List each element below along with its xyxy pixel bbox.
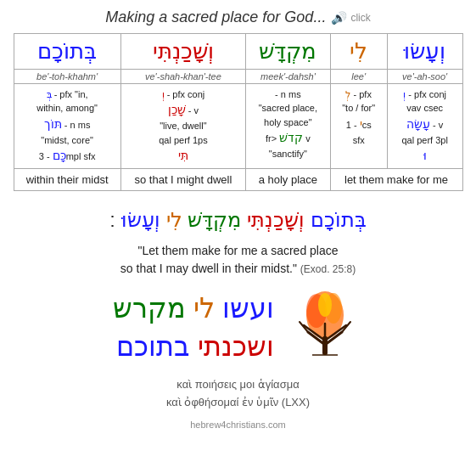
heb-sent-w1: וְעָשׂוּ (121, 208, 160, 231)
large-heb-line2: ושכנתי בתוכם (113, 328, 274, 366)
gram-pfx-4: לְ (345, 89, 350, 99)
transliteration-row: be'-toh-khahm' ve'-shah-khan'-tee meek'-… (14, 69, 462, 83)
gram-heb-5: עָשָׂה (406, 117, 430, 131)
grammar-cell-2: וְ - pfx conj שָׁכַן - v"live, dwell" qa… (120, 83, 245, 169)
title-text: Making a sacred place for God... (105, 8, 326, 26)
hebrew-header-row: בְּתוֹכָם וְשָׁכַנְתִּי מִקְדָּשׁ לִי וְ… (14, 34, 462, 70)
large-hebrew-section: ועשו לי מקרש ושכנתי בתוכם (13, 290, 463, 366)
heb-sent-w4: וְשָׁכַנְתִּי (247, 208, 305, 231)
footer: hebrew4christians.com (190, 420, 286, 430)
gram-text-2: - pfx conj (167, 89, 205, 99)
translit-3: meek'-dahsh' (246, 69, 331, 83)
heb-sent-w2: לִי (166, 208, 182, 231)
large-heb-line1: ועשו לי מקרש (113, 290, 274, 328)
gram-heb-3: קדשׁ (279, 131, 303, 144)
click-label: click (350, 12, 370, 24)
hebrew-sentence: בְּתוֹכָם וְשָׁכַנְתִּי מִקְדָּשׁ לִי וְ… (109, 206, 366, 233)
greek-line1: καὶ ποιήσεις μοι ἁγίασμα (166, 376, 310, 394)
lhl1-w1b: עשו (222, 293, 266, 324)
gram-pfx-5: וְ (403, 89, 406, 99)
word-table: בְּתוֹכָם וְשָׁכַנְתִּי מִקְדָּשׁ לִי וְ… (14, 33, 463, 191)
greek-text: καὶ ποιήσεις μοι ἁγίασμα καὶ ὀφθήσομαί ἐ… (166, 376, 310, 412)
gram-text-5: - pfx conjvav csec (406, 89, 446, 114)
heb-cell-4: לִי (330, 34, 387, 70)
gram-def-5: - v (433, 120, 443, 130)
gram-ending-2: תִּי (178, 149, 188, 162)
trans-cell-4: let them make for me (330, 169, 462, 191)
translit-2: ve'-shah-khan'-tee (120, 69, 245, 83)
trans-cell-3: a holy place (246, 169, 331, 191)
heb-cell-3: מִקְדָּשׁ (246, 34, 331, 70)
grammar-cell-5: וְ - pfx conjvav csec עָשָׂה - v qal per… (387, 83, 462, 169)
lhl2-w2: בתוכם (116, 331, 190, 362)
quote-line1: "Let them make for me a sacred place (120, 242, 356, 260)
quote-line2-text: so that I may dwell in their midst." (120, 262, 297, 275)
grammar-cell-4: לְ - pfx"to / for" י - 1cssfx (330, 83, 387, 169)
grammar-cell-3: - n ms"sacred place,holy space"fr> קדשׁ … (246, 83, 331, 169)
greek-line2: καὶ ὀφθήσομαί ἐν ὑμῖν (LXX) (166, 394, 310, 412)
lhl2-w1: ושכנתי (198, 331, 274, 362)
translit-5: ve'-ah-soo' (387, 69, 462, 83)
gram-pfx-2: וְ (162, 89, 165, 99)
translit-4: lee' (330, 69, 387, 83)
heb-cell-2: וְשָׁכַנְתִּי (120, 34, 245, 70)
gram-heb-1: תּוֹך (44, 117, 62, 131)
trans-cell-2: so that I might dwell (120, 169, 245, 191)
lhl1-w1: ו (266, 293, 274, 324)
page-title: Making a sacred place for God... 🔊 click (105, 8, 370, 26)
gram-heb-2: שָׁכַן (168, 103, 186, 116)
heb-sent-punct: ׃ (109, 208, 115, 231)
gram-pfx-1: בְּ (47, 89, 52, 99)
gram-form-5: qal perf 3pl (401, 135, 447, 145)
gram-ending-5: וּ (423, 149, 427, 162)
gram-sfx-label-1: - 3mpl sfx (39, 151, 96, 161)
heb-sent-w3: מִקְדָּשׁ (188, 208, 241, 231)
grammar-row: בְּ - pfx "in,within, among" תּוֹך - n m… (14, 83, 462, 169)
heb-sent-w5: בְּתוֹכָם (311, 208, 367, 231)
grammar-cell-1: בְּ - pfx "in,within, among" תּוֹך - n m… (14, 83, 120, 169)
quote-line2: so that I may dwell in their midst." (Ex… (120, 260, 356, 278)
heb-cell-5: וְעָשׂוּ (387, 34, 462, 70)
burning-tree-image (287, 290, 363, 366)
quote-reference: (Exod. 25:8) (300, 263, 356, 275)
translation-row: within their midst so that I might dwell… (14, 169, 462, 191)
heb-cell-1: בְּתוֹכָם (14, 34, 120, 70)
lhl1-w3: מקרש (113, 293, 186, 324)
gram-sfx-1: כָּם (53, 149, 66, 162)
gram-form-2: qal perf 1ps (159, 135, 207, 145)
lhl1-w2: לי (193, 293, 215, 324)
translit-1: be'-toh-khahm' (14, 69, 120, 83)
svg-point-3 (318, 293, 332, 317)
english-quote: "Let them make for me a sacred place so … (120, 242, 356, 278)
speaker-icon[interactable]: 🔊 (331, 11, 345, 25)
large-hebrew-text: ועשו לי מקרש ושכנתי בתוכם (113, 290, 274, 366)
trans-cell-1: within their midst (14, 169, 120, 191)
